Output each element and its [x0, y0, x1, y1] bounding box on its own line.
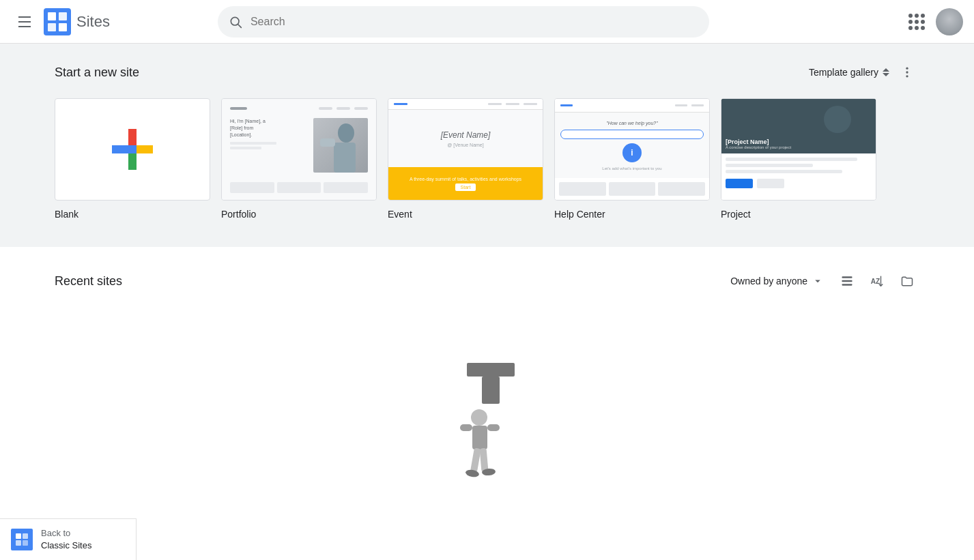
svg-rect-20	[842, 284, 853, 286]
project-body	[721, 153, 876, 200]
more-vert-icon	[900, 65, 914, 79]
templates-section: Start a new site Template gallery	[0, 44, 974, 247]
apps-grid-icon	[908, 14, 925, 30]
svg-rect-18	[842, 276, 853, 278]
template-thumb-project: [Project Name] A concise description of …	[721, 98, 876, 201]
svg-rect-4	[59, 23, 67, 31]
menu-button[interactable]	[11, 8, 38, 35]
recent-sites-title: Recent sites	[55, 274, 122, 289]
template-label-portfolio: Portfolio	[221, 209, 377, 220]
svg-rect-29	[470, 447, 481, 472]
svg-rect-0	[44, 8, 71, 35]
view-icons: AZ	[835, 269, 919, 293]
project-preview: [Project Name] A concise description of …	[721, 99, 876, 200]
svg-rect-27	[460, 424, 472, 431]
svg-rect-13	[128, 153, 137, 170]
sort-button[interactable]: AZ	[865, 269, 889, 293]
svg-rect-23	[467, 363, 515, 377]
templates-header: Start a new site Template gallery	[55, 60, 919, 85]
chevron-updown-icon	[883, 68, 889, 76]
svg-rect-17	[320, 138, 335, 147]
svg-rect-12	[137, 145, 153, 153]
template-card-help-center[interactable]: "How can we help you?" i Let's add what'…	[554, 98, 710, 220]
template-gallery-label: Template gallery	[809, 67, 878, 78]
svg-rect-28	[487, 424, 500, 431]
help-center-preview: "How can we help you?" i Let's add what'…	[555, 99, 709, 200]
project-hero: [Project Name] A concise description of …	[721, 99, 876, 153]
svg-rect-14	[128, 145, 137, 153]
recent-controls: Owned by anyone	[730, 269, 919, 293]
template-card-portfolio[interactable]: Hi, I'm [Name], a[Role] from[Location].	[221, 98, 377, 220]
svg-line-6	[238, 24, 242, 27]
search-icon	[229, 15, 242, 29]
empty-state-illustration	[446, 356, 528, 492]
dropdown-arrow-icon	[812, 275, 824, 287]
svg-text:AZ: AZ	[871, 278, 880, 285]
app-name-label: Sites	[76, 13, 110, 31]
svg-point-25	[471, 409, 487, 426]
svg-point-31	[465, 469, 479, 477]
svg-rect-10	[112, 145, 128, 153]
list-view-icon	[840, 274, 854, 288]
template-card-project[interactable]: [Project Name] A concise description of …	[721, 98, 876, 220]
templates-grid: Blank	[55, 98, 919, 220]
template-label-blank: Blank	[55, 209, 210, 220]
template-label-event: Event	[388, 209, 543, 220]
svg-rect-19	[842, 280, 853, 282]
template-thumb-event: [Event Name] @ [Venue Name] A three-day …	[388, 98, 543, 201]
template-label-help-center: Help Center	[554, 209, 710, 220]
svg-rect-30	[479, 448, 488, 473]
svg-rect-1	[48, 12, 56, 20]
hamburger-icon	[18, 16, 31, 27]
template-card-blank[interactable]: Blank	[55, 98, 210, 220]
svg-rect-16	[334, 143, 356, 173]
classic-sites-icon	[11, 529, 33, 542]
svg-rect-2	[59, 12, 67, 20]
back-to-classic-line1: Back to	[41, 527, 91, 540]
back-to-classic-button[interactable]: Back to Classic Sites	[0, 518, 137, 542]
apps-grid-button[interactable]	[903, 8, 930, 35]
plus-icon	[112, 129, 153, 170]
portfolio-preview: Hi, I'm [Name], a[Role] from[Location].	[222, 99, 376, 200]
svg-rect-26	[472, 426, 487, 450]
svg-rect-24	[482, 377, 500, 404]
owned-by-button[interactable]: Owned by anyone	[730, 275, 824, 287]
sites-app-icon	[44, 8, 71, 35]
empty-state	[55, 315, 919, 520]
user-avatar[interactable]	[936, 8, 963, 35]
svg-rect-33	[16, 533, 21, 539]
svg-point-9	[906, 75, 908, 77]
recent-sites-section: Recent sites Owned by anyone	[0, 247, 974, 542]
sort-az-icon: AZ	[870, 274, 885, 289]
folder-button[interactable]	[895, 269, 919, 293]
event-preview: [Event Name] @ [Venue Name] A three-day …	[388, 99, 543, 200]
template-card-event[interactable]: [Event Name] @ [Venue Name] A three-day …	[388, 98, 543, 220]
start-new-site-title: Start a new site	[55, 65, 139, 80]
main-content: Start a new site Template gallery	[0, 44, 974, 542]
list-view-button[interactable]	[835, 269, 859, 293]
template-thumb-portfolio: Hi, I'm [Name], a[Role] from[Location].	[221, 98, 377, 201]
more-options-button[interactable]	[895, 60, 919, 85]
svg-point-8	[906, 71, 908, 73]
search-bar	[218, 6, 709, 38]
svg-point-15	[338, 123, 354, 143]
svg-rect-34	[23, 533, 28, 539]
svg-point-7	[906, 68, 908, 70]
template-thumb-help-center: "How can we help you?" i Let's add what'…	[554, 98, 710, 201]
header-right-controls	[903, 8, 963, 35]
owned-by-label: Owned by anyone	[730, 276, 807, 286]
search-input[interactable]	[218, 6, 709, 38]
back-to-classic-text: Back to Classic Sites	[41, 527, 91, 542]
template-thumb-blank	[55, 98, 210, 201]
svg-rect-3	[48, 23, 56, 31]
svg-rect-11	[128, 129, 137, 145]
app-header: Sites	[0, 0, 974, 44]
svg-rect-36	[23, 540, 28, 542]
back-to-classic-line2: Classic Sites	[41, 540, 91, 542]
recent-sites-header: Recent sites Owned by anyone	[55, 269, 919, 293]
svg-rect-35	[16, 540, 21, 542]
app-logo[interactable]: Sites	[44, 8, 110, 35]
template-label-project: Project	[721, 209, 876, 220]
template-gallery-button[interactable]: Template gallery	[809, 67, 889, 78]
avatar-image	[936, 8, 963, 35]
